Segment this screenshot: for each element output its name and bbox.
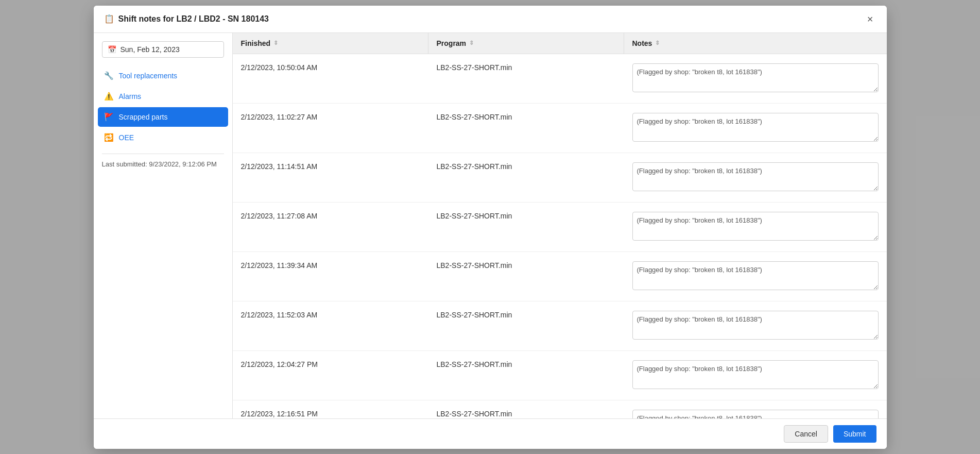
modal-title: 📋 Shift notes for LB2 / LBD2 - SN 180143 <box>104 14 269 24</box>
cell-finished: 2/12/2023, 11:52:03 AM <box>233 307 428 323</box>
submit-button[interactable]: Submit <box>833 425 876 443</box>
modal-footer: Cancel Submit <box>94 418 887 449</box>
cell-program: LB2-SS-27-SHORT.min <box>428 307 624 323</box>
table-row: 2/12/2023, 12:16:51 PM LB2-SS-27-SHORT.m… <box>233 400 887 418</box>
cell-notes: (Flagged by shop: "broken t8, lot 161838… <box>624 307 887 345</box>
col-finished: Finished ⇕ <box>233 33 428 54</box>
sort-finished-icon[interactable]: ⇕ <box>273 40 278 46</box>
cell-finished: 2/12/2023, 12:16:51 PM <box>233 406 428 418</box>
cell-notes: (Flagged by shop: "broken t8, lot 161838… <box>624 257 887 296</box>
close-button[interactable]: × <box>864 13 876 25</box>
main-content: Finished ⇕ Program ⇕ Notes ⇕ 2/ <box>233 33 887 418</box>
col-program: Program ⇕ <box>428 33 624 54</box>
table-row: 2/12/2023, 11:39:34 AM LB2-SS-27-SHORT.m… <box>233 252 887 301</box>
notes-textarea-5[interactable]: (Flagged by shop: "broken t8, lot 161838… <box>632 311 879 340</box>
table-row: 2/12/2023, 10:50:04 AM LB2-SS-27-SHORT.m… <box>233 54 887 104</box>
sidebar-item-alarms[interactable]: ⚠️ Alarms <box>98 87 228 106</box>
cell-program: LB2-SS-27-SHORT.min <box>428 356 624 373</box>
cell-program: LB2-SS-27-SHORT.min <box>428 109 624 125</box>
col-finished-label: Finished <box>241 39 271 47</box>
modal: 📋 Shift notes for LB2 / LBD2 - SN 180143… <box>94 6 887 449</box>
modal-title-text: Shift notes for LB2 / LBD2 - SN 180143 <box>118 14 269 24</box>
cell-program: LB2-SS-27-SHORT.min <box>428 59 624 76</box>
sidebar-item-label: OEE <box>119 133 134 142</box>
notes-textarea-1[interactable]: (Flagged by shop: "broken t8, lot 161838… <box>632 113 879 142</box>
last-submitted: Last submitted: 9/23/2022, 9:12:06 PM <box>94 160 232 168</box>
scrapped-parts-icon: 🚩 <box>104 112 114 122</box>
date-selector-value: Sun, Feb 12, 2023 <box>121 45 180 54</box>
cell-program: LB2-SS-27-SHORT.min <box>428 406 624 418</box>
col-program-label: Program <box>437 39 467 47</box>
table-row: 2/12/2023, 11:02:27 AM LB2-SS-27-SHORT.m… <box>233 104 887 153</box>
cell-finished: 2/12/2023, 11:39:34 AM <box>233 257 428 274</box>
modal-header: 📋 Shift notes for LB2 / LBD2 - SN 180143… <box>94 6 887 33</box>
cell-notes: (Flagged by shop: "broken t8, lot 161838… <box>624 356 887 395</box>
notes-textarea-3[interactable]: (Flagged by shop: "broken t8, lot 161838… <box>632 212 879 241</box>
cell-notes: (Flagged by shop: "broken t8, lot 161838… <box>624 109 887 147</box>
clipboard-icon: 📋 <box>104 14 114 24</box>
notes-textarea-2[interactable]: (Flagged by shop: "broken t8, lot 161838… <box>632 162 879 191</box>
cell-notes: (Flagged by shop: "broken t8, lot 161838… <box>624 158 887 197</box>
date-selector[interactable]: 📅 Sun, Feb 12, 2023 <box>102 41 224 58</box>
table-header: Finished ⇕ Program ⇕ Notes ⇕ <box>233 33 887 54</box>
sort-program-icon[interactable]: ⇕ <box>469 40 474 46</box>
cell-finished: 2/12/2023, 11:14:51 AM <box>233 158 428 175</box>
notes-textarea-7[interactable]: (Flagged by shop: "broken t8, lot 161838… <box>632 410 879 418</box>
cancel-button[interactable]: Cancel <box>784 425 828 443</box>
cell-notes: (Flagged by shop: "broken t8, lot 161838… <box>624 406 887 418</box>
sidebar-item-oee[interactable]: 🔁 OEE <box>98 128 228 147</box>
notes-textarea-4[interactable]: (Flagged by shop: "broken t8, lot 161838… <box>632 261 879 290</box>
modal-overlay: 📋 Shift notes for LB2 / LBD2 - SN 180143… <box>0 0 980 454</box>
table-body: 2/12/2023, 10:50:04 AM LB2-SS-27-SHORT.m… <box>233 54 887 418</box>
cell-program: LB2-SS-27-SHORT.min <box>428 257 624 274</box>
cell-program: LB2-SS-27-SHORT.min <box>428 208 624 224</box>
sidebar-nav: 🔧 Tool replacements ⚠️ Alarms 🚩 Scrapped… <box>94 66 232 147</box>
modal-body: 📅 Sun, Feb 12, 2023 🔧 Tool replacements … <box>94 33 887 418</box>
sidebar-item-label: Tool replacements <box>119 72 178 80</box>
calendar-icon: 📅 <box>108 45 116 54</box>
cell-finished: 2/12/2023, 12:04:27 PM <box>233 356 428 373</box>
cell-notes: (Flagged by shop: "broken t8, lot 161838… <box>624 59 887 98</box>
cell-program: LB2-SS-27-SHORT.min <box>428 158 624 175</box>
oee-icon: 🔁 <box>104 133 114 142</box>
cell-finished: 2/12/2023, 10:50:04 AM <box>233 59 428 76</box>
sidebar-item-tool-replacements[interactable]: 🔧 Tool replacements <box>98 66 228 86</box>
cell-finished: 2/12/2023, 11:27:08 AM <box>233 208 428 224</box>
notes-textarea-0[interactable]: (Flagged by shop: "broken t8, lot 161838… <box>632 63 879 92</box>
cell-notes: (Flagged by shop: "broken t8, lot 161838… <box>624 208 887 246</box>
table-row: 2/12/2023, 11:14:51 AM LB2-SS-27-SHORT.m… <box>233 153 887 203</box>
col-notes-label: Notes <box>632 39 652 47</box>
cell-finished: 2/12/2023, 11:02:27 AM <box>233 109 428 125</box>
sidebar: 📅 Sun, Feb 12, 2023 🔧 Tool replacements … <box>94 33 233 418</box>
sidebar-item-scrapped-parts[interactable]: 🚩 Scrapped parts <box>98 107 228 127</box>
sidebar-divider <box>102 154 224 154</box>
alarms-icon: ⚠️ <box>104 92 114 101</box>
notes-textarea-6[interactable]: (Flagged by shop: "broken t8, lot 161838… <box>632 360 879 389</box>
col-notes: Notes ⇕ <box>624 33 887 54</box>
sort-notes-icon[interactable]: ⇕ <box>655 40 660 46</box>
sidebar-item-label: Scrapped parts <box>119 113 168 121</box>
tool-replacements-icon: 🔧 <box>104 71 114 80</box>
sidebar-item-label: Alarms <box>119 92 142 100</box>
table-row: 2/12/2023, 11:52:03 AM LB2-SS-27-SHORT.m… <box>233 301 887 351</box>
table-row: 2/12/2023, 11:27:08 AM LB2-SS-27-SHORT.m… <box>233 203 887 252</box>
table-row: 2/12/2023, 12:04:27 PM LB2-SS-27-SHORT.m… <box>233 351 887 400</box>
